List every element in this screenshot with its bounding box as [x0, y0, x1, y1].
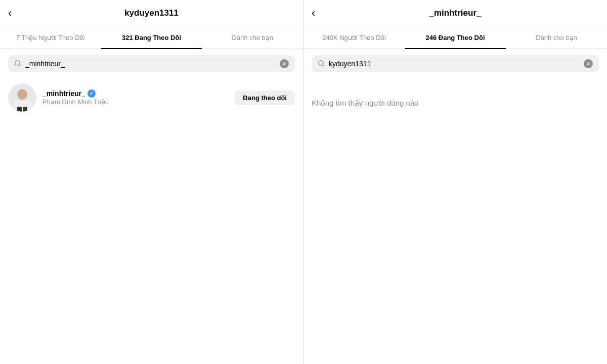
full-name-label: Phạm Đình Minh Triệu [42, 98, 229, 106]
verified-icon [88, 89, 96, 98]
follow-button[interactable]: Đang theo dõi [235, 90, 295, 105]
panel1-tab-suggested[interactable]: Dành cho bạn [202, 27, 303, 49]
panel2-search-container [304, 49, 607, 78]
panel1-clear-button[interactable] [280, 59, 289, 68]
svg-rect-9 [17, 107, 22, 112]
panel1-search-box [8, 55, 295, 72]
panel2-tab-suggested[interactable]: Dành cho bạn [506, 27, 607, 49]
avatar [8, 83, 36, 112]
panel1-header: ‹ kyduyen1311 [0, 0, 303, 27]
panel1-tabs: 7 Triệu Người Theo Dõi 321 Đang Theo Dõi… [0, 27, 303, 49]
panel1-tab-followers[interactable]: 7 Triệu Người Theo Dõi [0, 27, 101, 49]
username-row: _minhtrieur_ [42, 89, 229, 98]
panel1-title: kyduyen1311 [124, 8, 179, 18]
panel-minhtrieur: ‹ _minhtrieur_ 240K Người Theo Dõi 246 Đ… [304, 0, 607, 364]
panel2-header: ‹ _minhtrieur_ [304, 0, 607, 27]
svg-rect-10 [23, 107, 27, 112]
svg-line-1 [19, 64, 21, 66]
no-result-text: Không tìm thấy người dùng nào [304, 78, 607, 128]
panel2-tab-following[interactable]: 246 Đang Theo Dõi [405, 27, 506, 49]
panel2-clear-button[interactable] [584, 59, 593, 68]
list-item: _minhtrieur_ Phạm Đình Minh Triệu Đang t… [8, 78, 295, 117]
search-icon [14, 60, 21, 68]
panel2-back-button[interactable]: ‹ [312, 8, 315, 19]
panel1-search-container [0, 49, 303, 78]
panel-kyduyen1311: ‹ kyduyen1311 7 Triệu Người Theo Dõi 321… [0, 0, 304, 364]
svg-point-5 [18, 89, 27, 99]
panel2-title: _minhtrieur_ [429, 8, 482, 18]
username-label: _minhtrieur_ [42, 89, 85, 98]
svg-point-0 [15, 60, 20, 65]
panel1-user-list: _minhtrieur_ Phạm Đình Minh Triệu Đang t… [0, 78, 303, 117]
svg-rect-8 [27, 102, 31, 110]
svg-point-11 [319, 60, 323, 65]
svg-line-12 [323, 64, 324, 66]
panel2-tab-followers[interactable]: 240K Người Theo Dõi [304, 27, 405, 49]
panel1-tab-following[interactable]: 321 Đang Theo Dõi [101, 27, 202, 49]
panel2-search-input[interactable] [329, 60, 580, 68]
panel2-tabs: 240K Người Theo Dõi 246 Đang Theo Dõi Dà… [304, 27, 607, 49]
panel2-search-box [312, 55, 599, 72]
user-info: _minhtrieur_ Phạm Đình Minh Triệu [42, 89, 229, 106]
svg-rect-7 [13, 102, 17, 110]
panel1-back-button[interactable]: ‹ [8, 8, 12, 19]
search-icon [318, 60, 325, 68]
panel1-search-input[interactable] [25, 60, 276, 68]
